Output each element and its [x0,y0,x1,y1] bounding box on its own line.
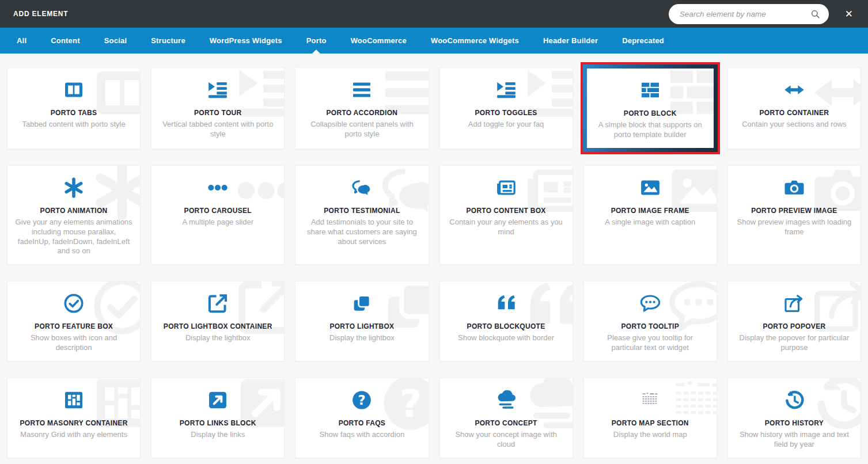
svg-text:?: ? [358,393,366,408]
cloud-lines-icon [495,389,518,412]
card-inner: PORTO TOOLTIPPlease give you tooltip for… [583,281,717,362]
tab-porto[interactable]: Porto [294,28,339,54]
tab-label: All [17,36,26,45]
element-card-porto-map-section[interactable]: PORTO MAP SECTIONDisplay the world map [583,378,717,458]
element-card-porto-tabs[interactable]: PORTO TABSTabbed content with porto styl… [7,67,141,149]
element-card-porto-container[interactable]: PORTO CONTAINERContain your sections and… [727,67,861,149]
element-title: PORTO BLOCK [594,109,706,117]
element-card-porto-tour[interactable]: PORTO TOURVertical tabbed content with p… [151,67,285,149]
element-card-porto-history[interactable]: PORTO HISTORYShow history with image and… [727,378,861,458]
element-card-porto-concept[interactable]: PORTO CONCEPTShow your concept image wit… [439,378,573,458]
element-description: Show your concept image with cloud [448,430,565,450]
card-inner: PORTO TESTIMONIALAdd testimonials to you… [295,165,429,265]
masonry-icon [62,389,85,412]
element-description: Contain your sections and rows [736,120,853,130]
card-inner: PORTO TABSTabbed content with porto styl… [7,67,141,149]
card-inner: PORTO BLOCKQUOTEShow blockquote with bor… [439,281,573,362]
tab-wordpress-widgets[interactable]: WordPress Widgets [198,28,294,54]
check-circle-icon [62,292,85,315]
arrows-h-watermark-icon [809,67,861,127]
card-inner: PORTO ACCORDIONCollapsible content panel… [295,67,429,149]
search-input[interactable] [669,4,829,24]
element-card-porto-lightbox-container[interactable]: PORTO LIGHTBOX CONTAINERDisplay the ligh… [151,281,285,362]
tab-woocommerce-widgets[interactable]: WooCommerce Widgets [419,28,531,54]
tab-all[interactable]: All [5,28,39,54]
element-card-porto-content-box[interactable]: PORTO CONTENT BOXContain your any elemen… [439,165,573,265]
element-title: PORTO ACCORDION [303,109,420,117]
element-card-porto-blockquote[interactable]: PORTO BLOCKQUOTEShow blockquote with bor… [439,281,573,362]
tab-content[interactable]: Content [39,28,92,54]
close-icon[interactable]: ✕ [842,7,856,21]
tab-label: WooCommerce [351,36,407,45]
tab-social[interactable]: Social [92,28,139,54]
search-pill [669,4,829,24]
tab-label: Structure [151,36,185,45]
card-inner: PORTO BLOCKA simple block that supports … [587,69,714,148]
element-title: PORTO ANIMATION [15,207,132,215]
element-card-porto-preview-image[interactable]: PORTO PREVIEW IMAGEShow preview images w… [727,165,861,265]
element-card-porto-masonry-container[interactable]: PORTO MASONRY CONTAINERMasonry Grid with… [7,378,141,458]
card-inner: PORTO ANIMATIONGive your any elements an… [7,165,141,265]
indent-list-icon [495,78,518,101]
element-title: PORTO BLOCKQUOTE [448,322,565,330]
external-link-icon [206,292,229,315]
element-card-porto-faqs[interactable]: ??PORTO FAQSShow faqs with accordion [295,378,429,458]
columns-watermark-icon [88,67,141,127]
dotted-map-icon [639,389,662,412]
card-inner: PORTO LINKS BLOCKDisplay the links [151,378,285,458]
quote-watermark-icon [521,281,573,340]
element-card-porto-carousel[interactable]: PORTO CAROUSELA multiple page slider [151,165,285,265]
columns-icon [62,78,85,101]
element-title: PORTO LIGHTBOX CONTAINER [159,322,276,330]
tab-label: WooCommerce Widgets [431,36,519,45]
element-title: PORTO PREVIEW IMAGE [736,207,853,215]
dots-watermark-icon [232,165,285,225]
card-inner: PORTO POPOVERDisplay the popover for par… [727,281,861,362]
share-square-icon [783,292,806,315]
camera-icon [783,176,806,199]
element-title: PORTO POPOVER [736,322,853,330]
element-title: PORTO TOOLTIP [592,322,709,330]
element-description: A simple block that supports on porto te… [594,120,706,140]
element-card-porto-testimonial[interactable]: PORTO TESTIMONIALAdd testimonials to you… [295,165,429,265]
quote-icon [495,292,518,315]
element-card-porto-links-block[interactable]: PORTO LINKS BLOCKDisplay the links [151,378,285,458]
element-title: PORTO IMAGE FRAME [592,207,709,215]
share-square-watermark-icon [809,281,861,340]
tab-header-builder[interactable]: Header Builder [531,28,610,54]
element-title: PORTO TESTIMONIAL [303,207,420,215]
tab-label: Content [51,36,80,45]
check-circle-watermark-icon [88,281,141,340]
card-inner: PORTO TOURVertical tabbed content with p… [151,67,285,149]
element-description: Display the world map [592,430,709,440]
element-description: Show boxes with icon and description [15,333,132,353]
element-card-porto-popover[interactable]: PORTO POPOVERDisplay the popover for par… [727,281,861,362]
element-card-porto-tooltip[interactable]: PORTO TOOLTIPPlease give you tooltip for… [583,281,717,362]
tab-structure[interactable]: Structure [139,28,198,54]
question-circle-icon: ? [350,389,373,412]
element-description: Please give you tooltip for particular t… [592,333,709,353]
element-card-porto-feature-box[interactable]: PORTO FEATURE BOXShow boxes with icon an… [7,281,141,362]
masonry-watermark-icon [88,378,141,437]
link-square-watermark-icon [232,378,285,437]
card-inner: PORTO PREVIEW IMAGEShow preview images w… [727,165,861,265]
element-card-porto-animation[interactable]: PORTO ANIMATIONGive your any elements an… [7,165,141,265]
element-card-porto-accordion[interactable]: PORTO ACCORDIONCollapsible content panel… [295,67,429,149]
question-circle-watermark-icon: ? [377,378,429,437]
element-card-porto-lightbox[interactable]: PORTO LIGHTBOXDisplay the lightbox [295,281,429,362]
element-title: PORTO LINKS BLOCK [159,419,276,427]
link-square-icon [206,389,229,412]
newspaper-icon [495,176,518,199]
tab-label: WordPress Widgets [210,36,282,45]
element-card-porto-image-frame[interactable]: PORTO IMAGE FRAMEA single image with cap… [583,165,717,265]
element-card-porto-toggles[interactable]: PORTO TOGGLESAdd toggle for your faq [439,67,573,149]
tab-woocommerce[interactable]: WooCommerce [339,28,419,54]
element-description: Show preview images with loading frame [736,218,853,237]
element-description: Add testimonials to your site to share w… [303,218,420,247]
tab-deprecated[interactable]: Deprecated [610,28,676,54]
element-description: A single image with caption [592,218,709,227]
card-inner: PORTO FEATURE BOXShow boxes with icon an… [7,281,141,362]
tab-label: Social [104,36,127,45]
element-card-porto-block[interactable]: PORTO BLOCKA simple block that supports … [581,62,720,154]
bricks-watermark-icon [662,69,714,127]
